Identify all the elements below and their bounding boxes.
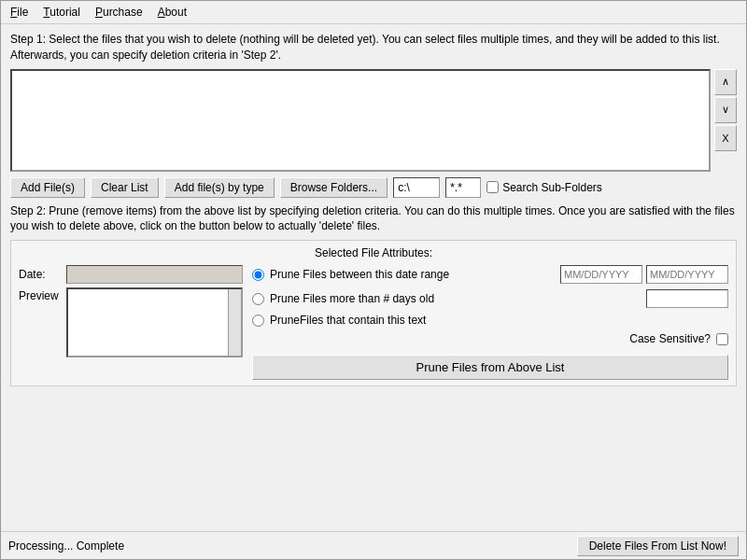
date-display [66,265,243,284]
date-label: Date: [19,268,61,281]
scroll-down-button[interactable]: ∨ [714,97,737,123]
search-subfolders-checkbox[interactable] [486,181,499,193]
search-subfolders-label: Search Sub-Folders [486,181,602,194]
preview-scrollbar[interactable] [228,289,241,356]
menu-tutorial[interactable]: Tutorial [37,4,86,21]
date-start-input[interactable] [560,265,642,284]
statusbar: Processing... Complete Delete Files From… [1,531,746,559]
preview-row: Preview [19,287,243,357]
case-sensitive-label: Case Sensitive? [629,332,711,345]
radio3-label[interactable]: PruneFiles that contain this text [252,314,426,327]
date-range-row: Prune Files between this date range [252,265,728,284]
scroll-buttons: ∧ ∨ X [714,69,737,172]
menu-purchase[interactable]: Purchase [90,4,148,21]
case-sensitive-row: Case Sensitive? [252,332,728,345]
case-sensitive-checkbox[interactable] [716,333,728,345]
radio3-input[interactable] [252,315,264,327]
step2-instruction: Step 2: Prune (remove items) from the ab… [10,203,737,235]
delete-files-button[interactable]: Delete Files From List Now! [577,536,739,556]
radio1-input[interactable] [252,269,264,281]
menu-about[interactable]: About [152,4,192,21]
add-by-type-button[interactable]: Add file(s) by type [164,177,275,198]
attributes-section: Selected File Attributes: Date: Preview [10,240,737,386]
menubar: File Tutorial Purchase About [1,1,746,24]
radio1-label[interactable]: Prune Files between this date range [252,268,560,281]
button-row: Add File(s) Clear List Add file(s) by ty… [10,177,737,198]
date-range-inputs [560,265,728,284]
prune-button-row: Prune Files from Above List [252,355,728,380]
main-window: File Tutorial Purchase About Step 1: Sel… [0,0,747,560]
remove-button[interactable]: X [714,125,737,151]
right-attributes: Prune Files between this date range Prun… [252,265,728,380]
attributes-title: Selected File Attributes: [19,246,728,259]
add-files-button[interactable]: Add File(s) [10,177,85,198]
prune-files-button[interactable]: Prune Files from Above List [252,355,728,380]
main-content: Step 1: Select the files that you wish t… [1,24,746,531]
left-attributes: Date: Preview [19,265,243,380]
radio2-label[interactable]: Prune Files more than # days old [252,292,646,305]
filter-input[interactable] [445,177,481,198]
contains-text-row: PruneFiles that contain this text [252,314,728,327]
menu-file[interactable]: File [5,4,34,21]
date-end-input[interactable] [646,265,728,284]
days-old-row: Prune Files more than # days old 1 [252,289,728,308]
browse-folders-button[interactable]: Browse Folders... [280,177,388,198]
file-list-area: ∧ ∨ X [10,69,737,172]
step1-instruction: Step 1: Select the files that you wish t… [10,32,737,63]
path-input[interactable] [393,177,440,198]
scroll-up-button[interactable]: ∧ [714,69,737,95]
preview-box [66,287,243,357]
clear-list-button[interactable]: Clear List [91,177,159,198]
preview-label: Preview [19,287,61,302]
status-text: Processing... Complete [8,539,124,553]
date-row: Date: [19,265,243,284]
radio2-input[interactable] [252,293,264,305]
days-input[interactable]: 1 [646,289,728,308]
attributes-body: Date: Preview [19,265,728,380]
file-list-box[interactable] [10,69,711,172]
